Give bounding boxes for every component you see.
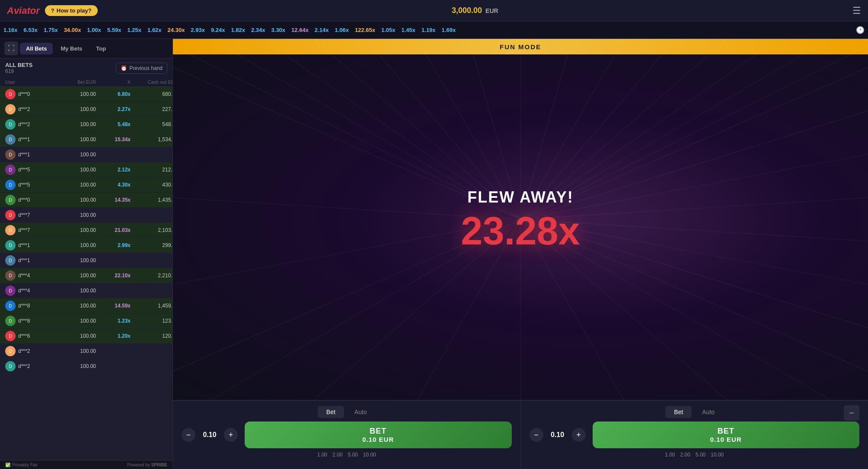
cashout-cell: 123.00 [131,318,172,324]
user-name: d***1 [18,152,30,158]
multiplier-cell: 22.10x [96,273,131,279]
minimize-panel-2[interactable]: − [844,405,859,421]
multiplier-cell: 4.30x [96,182,131,188]
user-name: d***6 [18,333,30,339]
quick-2-2[interactable]: 2.00 [680,452,690,458]
bet-tab-1-bet[interactable]: Bet [318,406,344,418]
multiplier-item[interactable]: 34.00x [64,27,81,33]
quick-1-2[interactable]: 2.00 [332,452,342,458]
bet-amount: 100.00 [57,348,96,354]
multiplier-item[interactable]: 122.65x [355,27,375,33]
multiplier-item[interactable]: 2.93x [191,27,205,33]
user-name: d***4 [18,273,30,279]
logo: Aviator ? How to play? [7,5,98,16]
multiplier-item[interactable]: 6.53x [24,27,38,33]
bet-amount: 100.00 [57,152,96,158]
multiplier-item[interactable]: 1.16x [3,27,18,33]
multiplier-item[interactable]: 1.69x [442,27,456,33]
multiplier-item[interactable]: 1.45x [402,27,416,33]
quick-1-4[interactable]: 10.00 [363,452,376,458]
tab-top[interactable]: Top [90,43,112,54]
multiplier-cell: 14.35x [96,197,131,203]
table-row: Dd***2100.00 [0,359,172,374]
user-name: d***0 [18,197,30,203]
table-row: Dd***2100.002.27x227.00 [0,102,172,117]
quick-1-1[interactable]: 1.00 [317,452,327,458]
user-name: d***1 [18,242,30,248]
multiplier-item[interactable]: 2.34x [251,27,265,33]
clock-icon: ⏰ [121,65,127,71]
user-name: d***1 [18,136,30,143]
multiplier-item[interactable]: 1.25x [128,27,142,33]
plus-btn-1[interactable]: + [224,428,238,442]
balance-amount: 3,000.00 [452,6,482,15]
table-row: Dd***5100.002.12x212.00 [0,162,172,177]
how-to-play-button[interactable]: ? How to play? [45,5,98,16]
history-icon[interactable]: 🕑 [856,26,865,34]
quick-2-4[interactable]: 10.00 [711,452,724,458]
minus-btn-1[interactable]: − [182,428,195,442]
bet-amount: 100.00 [57,242,96,248]
main-layout: ⛶ All Bets My Bets Top ALL BETS 619 ⏰ Pr… [0,39,868,469]
col-bet-eur: Bet EUR [57,79,96,85]
table-row: Dd***1100.00 [0,147,172,162]
multiplier-cell: 2.99x [96,242,131,248]
cashout-cell: 120.00 [131,333,172,339]
table-row: Dd***4100.00 [0,283,172,298]
bet-tab-2-bet[interactable]: Bet [665,406,692,418]
multiplier-item[interactable]: 3.30x [271,27,286,33]
tabs-row: ⛶ All Bets My Bets Top [0,39,172,58]
user-name: d***0 [18,91,30,97]
plus-btn-2[interactable]: + [572,428,586,442]
bet-tab-2-auto[interactable]: Auto [693,406,723,418]
col-user: User [5,79,57,85]
quick-2-3[interactable]: 5.00 [696,452,705,458]
multiplier-item[interactable]: 2.14x [315,27,329,33]
hamburger-icon[interactable]: ☰ [852,5,861,16]
user-name: d***5 [18,167,30,173]
multiplier-item[interactable]: 1.82x [231,27,245,33]
cashout-cell: 1,435.00 [131,197,172,203]
multiplier-item[interactable]: 1.06x [335,27,349,33]
multiplier-cell: 21.03x [96,227,131,233]
multiplier-item[interactable]: 1.19x [421,27,436,33]
bet-amount: 100.00 [57,273,96,279]
multiplier-cell: 1.23x [96,318,131,324]
powered-by: Powered by SPRIBE [127,463,167,467]
bet-amount: 100.00 [57,303,96,309]
bet-button-1[interactable]: BET 0.10 EUR [245,421,512,448]
tab-all-bets[interactable]: All Bets [20,43,53,54]
table-row: Dd***5100.004.30x430.00 [0,177,172,193]
bet-tab-1-auto[interactable]: Auto [346,406,376,418]
multiplier-item[interactable]: 12.64x [291,27,309,33]
quick-2-1[interactable]: 1.00 [665,452,675,458]
multiplier-item[interactable]: 24.30x [168,27,185,33]
multiplier-item[interactable]: 1.00x [87,27,101,33]
bets-table: Dd***0100.006.80x680.00Dd***2100.002.27x… [0,87,172,460]
minus-btn-2[interactable]: − [530,428,543,442]
user-name: d***5 [18,182,30,188]
user-name: d***8 [18,318,30,324]
quick-1-3[interactable]: 5.00 [348,452,357,458]
bet-amount: 100.00 [57,182,96,188]
bet-amount: 100.00 [57,121,96,127]
table-row: Dd***6100.001.20x120.00 [0,329,172,344]
multiplier-item[interactable]: 1.05x [381,27,396,33]
previous-hand-button[interactable]: ⏰ Previous hand [116,63,167,74]
flew-away-text: FLEW AWAY! [461,188,580,206]
multiplier-item[interactable]: 1.62x [147,27,162,33]
bet-panel-1-tabs: Bet Auto [182,406,512,418]
bet-panel-1-controls: − 0.10 + BET 0.10 EUR [182,421,512,448]
multiplier-item[interactable]: 1.75x [44,27,58,33]
cashout-cell: 548.00 [131,121,172,127]
amount-ctrl-1: − 0.10 + [182,428,238,442]
multiplier-item[interactable]: 9.24x [211,27,225,33]
bet-button-2[interactable]: BET 0.10 EUR [593,421,860,448]
tab-my-bets[interactable]: My Bets [54,43,88,54]
table-row: Dd***8100.0014.59x1,459.00 [0,298,172,314]
expand-button[interactable]: ⛶ [4,41,18,55]
how-to-play-label: How to play? [57,7,92,14]
multiplier-item[interactable]: 5.59x [107,27,121,33]
bet-amount: 100.00 [57,257,96,263]
multiplier-cell: 14.59x [96,303,131,309]
